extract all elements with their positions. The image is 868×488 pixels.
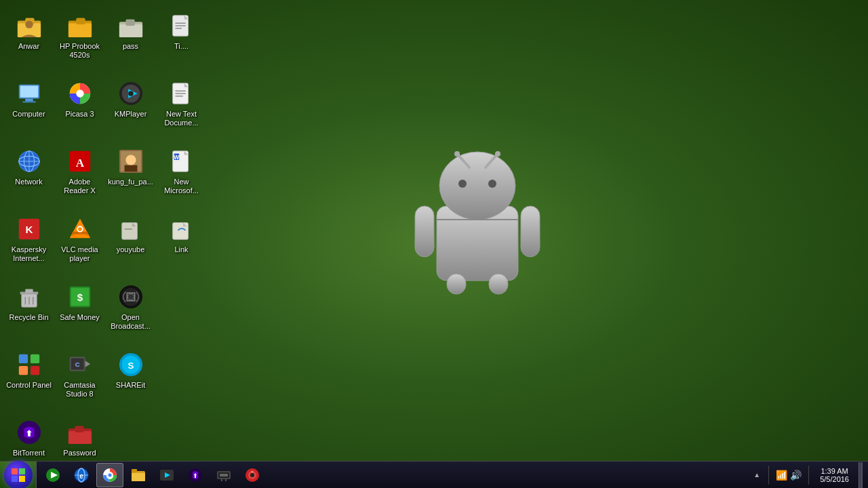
desktop-icon-new-ms-word[interactable]: W New Microsof... (156, 142, 207, 210)
hp-probook-icon (66, 12, 94, 39)
obs-label: Open Broadcast... (108, 313, 153, 331)
svg-rect-16 (20, 86, 38, 98)
svg-point-94 (495, 151, 500, 157)
svg-rect-18 (22, 101, 35, 102)
tray-divider2 (808, 466, 809, 485)
taskbar-icon-chrome[interactable] (96, 463, 123, 487)
desktop-icon-safe-money[interactable]: $ Safe Money (54, 278, 105, 346)
kaspersky-icon: K (16, 216, 43, 243)
tray-divider (768, 466, 769, 485)
system-tray: 📶 🔊 (776, 470, 802, 481)
youyube-label: youyube (117, 245, 145, 254)
picasa3-icon (66, 80, 94, 107)
desktop-icon-kaspersky[interactable]: K Kaspersky Internet... (3, 210, 54, 278)
svg-point-125 (252, 470, 254, 472)
svg-text:W: W (174, 154, 180, 161)
youyube-icon (117, 216, 144, 243)
svg-text:A: A (75, 157, 84, 169)
computer-label: Computer (12, 110, 45, 119)
svg-point-124 (250, 473, 254, 477)
desktop-icon-shareit[interactable]: S SHAREit (105, 346, 156, 413)
svg-rect-120 (221, 479, 222, 481)
svg-rect-5 (68, 23, 91, 37)
anwar-label: Anwar (18, 42, 39, 51)
taskbar-icon-explorer[interactable] (125, 463, 152, 487)
control-panel-icon (16, 351, 43, 378)
taskbar-icon-video-tool[interactable] (239, 463, 266, 487)
tray-network-icon[interactable]: 📶 (776, 470, 787, 481)
taskbar-icon-mediaplayer[interactable] (39, 463, 66, 487)
svg-rect-71 (30, 354, 39, 363)
svg-rect-95 (447, 274, 466, 294)
recycle-bin-label: Recycle Bin (9, 313, 48, 322)
svg-point-52 (78, 227, 82, 231)
desktop-icon-pass[interactable]: pass (105, 7, 156, 75)
tray-expand-arrow[interactable]: ▲ (752, 470, 762, 480)
desktop-icon-picasa3[interactable]: Picasa 3 (54, 75, 105, 142)
ti-icon (168, 12, 195, 39)
svg-point-90 (488, 180, 496, 188)
clock-area[interactable]: 1:39 AM 5/5/2016 (816, 462, 853, 488)
svg-rect-9 (125, 20, 134, 26)
desktop-icon-camtasia[interactable]: C Camtasia Studio 8 (54, 346, 105, 413)
svg-text:$: $ (77, 291, 83, 303)
desktop-icon-anwar[interactable]: Anwar (3, 7, 54, 75)
svg-point-92 (454, 151, 460, 157)
start-button[interactable] (0, 462, 37, 489)
taskbar-icon-ie[interactable]: e (68, 463, 95, 487)
desktop-icon-computer[interactable]: Computer (3, 75, 54, 142)
desktop-icons-container: Anwar HP Probook 4520s pas (0, 0, 210, 488)
desktop-icon-hp-probook[interactable]: HP Probook 4520s (54, 7, 105, 75)
svg-rect-60 (25, 289, 33, 293)
shareit-label: SHAREit (116, 381, 145, 390)
desktop-icon-ti[interactable]: Ti.... (156, 7, 207, 75)
clock-time: 1:39 AM (821, 467, 848, 475)
desktop-icon-new-text[interactable]: New Text Docume... (156, 75, 207, 142)
link-label: Link (174, 245, 188, 254)
adobe-reader-label: Adobe Reader X (57, 178, 102, 195)
anwar-icon (16, 12, 43, 39)
taskbar-icon-bittorrent[interactable] (182, 463, 209, 487)
taskbar-icon-gpu[interactable] (210, 463, 237, 487)
safe-money-icon: $ (66, 283, 94, 310)
safe-money-label: Safe Money (60, 313, 100, 322)
new-text-label: New Text Docume... (159, 110, 204, 127)
svg-rect-6 (76, 18, 85, 24)
kung-fu-label: kung_fu_pa... (108, 178, 153, 186)
svg-point-20 (76, 89, 83, 97)
desktop-icon-obs[interactable]: Open Broadcast... (105, 278, 156, 346)
svg-rect-50 (73, 235, 86, 237)
desktop-icon-adobe-reader[interactable]: A Adobe Reader X (54, 142, 105, 210)
network-icon (16, 148, 43, 175)
svg-rect-72 (18, 366, 27, 375)
new-ms-word-icon: W (168, 148, 195, 175)
desktop-icon-recycle-bin[interactable]: Recycle Bin (3, 278, 54, 346)
svg-rect-112 (132, 473, 145, 481)
show-desktop-button[interactable] (859, 462, 863, 488)
svg-rect-84 (75, 426, 83, 433)
desktop-icon-network[interactable]: Network (3, 142, 54, 210)
taskbar-apps: e (37, 462, 747, 488)
desktop-icon-kmplayer[interactable]: KMPlayer (105, 75, 156, 142)
desktop-icon-link[interactable]: Link (156, 210, 207, 278)
control-panel-label: Control Panel (6, 381, 52, 390)
desktop-icon-youyube[interactable]: youyube (105, 210, 156, 278)
desktop-icon-vlc[interactable]: VLC media player (54, 210, 105, 278)
kung-fu-icon (117, 148, 144, 175)
hp-probook-label: HP Probook 4520s (57, 42, 102, 60)
svg-rect-96 (489, 274, 508, 294)
start-orb (4, 461, 33, 489)
bittorrent-label: BitTorrent (13, 449, 45, 458)
svg-marker-76 (85, 361, 90, 367)
password-label: Password (63, 449, 96, 458)
svg-rect-99 (19, 468, 25, 474)
taskbar-icon-media2[interactable] (153, 463, 180, 487)
desktop-icon-kung-fu[interactable]: kung_fu_pa... (105, 142, 156, 210)
kmplayer-label: KMPlayer (115, 110, 147, 119)
pass-icon (117, 12, 144, 39)
desktop-icon-control-panel[interactable]: Control Panel (3, 346, 54, 413)
network-label: Network (15, 178, 42, 186)
vlc-icon (66, 216, 94, 243)
tray-volume-icon[interactable]: 🔊 (790, 470, 802, 481)
vlc-label: VLC media player (57, 245, 102, 263)
